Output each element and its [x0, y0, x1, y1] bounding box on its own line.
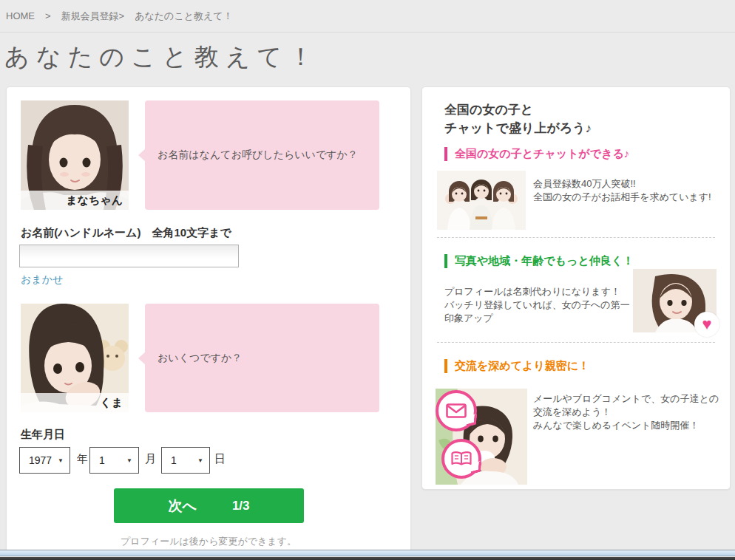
promo-image-community-girl	[436, 389, 527, 485]
day-unit-label: 日	[214, 452, 226, 466]
sidebar-title-line2: チャットで盛り上がろう♪	[444, 119, 592, 137]
section-text-line: 会員登録数40万人突破!!	[533, 177, 718, 191]
book-icon	[441, 439, 481, 479]
question-bubble-name: お名前はなんてお呼びしたらいいですか？	[145, 100, 379, 210]
section-text-profile: プロフィールは名刺代わりになります！ バッチリ登録していれば、女の子への第一印象…	[444, 285, 631, 325]
section-heading-profile: 写真や地域・年齢でもっと仲良く！	[444, 254, 634, 268]
heart-icon: ♥	[694, 312, 719, 337]
birth-day-value: 1	[171, 454, 177, 466]
registration-form-card: まなちゃん お名前はなんてお呼びしたらいいですか？ お名前(ハンドルネーム) 全…	[6, 86, 411, 550]
sidebar-title-line1: 全国の女の子と	[444, 100, 592, 119]
dashed-divider	[437, 237, 715, 238]
question-bubble-age-text: おいくつですか？	[145, 352, 242, 365]
window-bottom-edge	[0, 557, 735, 560]
question-bubble-name-text: お名前はなんてお呼びしたらいいですか？	[145, 148, 358, 162]
year-unit-label: 年	[77, 452, 88, 466]
breadcrumb: HOME > 新規会員登録> あなたのこと教えて！	[0, 0, 735, 33]
section-heading-community: 交流を深めてより親密に！	[444, 359, 589, 373]
promo-image-three-girls	[437, 171, 526, 230]
birth-year-select[interactable]: 1977 ▼	[19, 447, 70, 474]
step-indicator: 1/3	[232, 499, 250, 513]
dropdown-arrow-icon: ▼	[197, 457, 203, 464]
avatar-photo-kuma: くま	[21, 304, 129, 412]
accent-bar	[444, 254, 447, 268]
promo-image-profile-girl: ♥	[633, 269, 717, 332]
birth-year-value: 1977	[29, 454, 52, 466]
birth-month-value: 1	[99, 454, 105, 466]
breadcrumb-home-link[interactable]: HOME	[6, 10, 35, 21]
birth-month-select[interactable]: 1 ▼	[89, 447, 139, 474]
section-text-line: みんなで楽しめるイベント随時開催！	[533, 419, 719, 432]
section-text-line: プロフィールは名刺代わりになります！	[444, 285, 631, 298]
avatar-name-label: くま	[21, 393, 129, 412]
breadcrumb-separator: >	[45, 10, 51, 21]
avatar-photo-manachan: まなちゃん	[21, 100, 129, 210]
three-girls-illustration	[437, 171, 526, 230]
section-text-line: メールやブログコメントで、女の子達との交流を深めよう！	[533, 392, 719, 419]
section-text-community: メールやブログコメントで、女の子達との交流を深めよう！ みんなで楽しめるイベント…	[533, 392, 719, 432]
breadcrumb-register-link[interactable]: 新規会員登録>	[61, 10, 125, 23]
accent-bar	[444, 147, 447, 161]
horizontal-scrollbar[interactable]	[0, 550, 735, 556]
accent-bar	[444, 359, 447, 373]
section-heading-chat: 全国の女の子とチャットができる♪	[444, 147, 629, 161]
promo-sidebar-card: 全国の女の子と チャットで盛り上がろう♪ 全国の女の子とチャットができる♪	[421, 86, 731, 490]
section-heading-text: 全国の女の子とチャットができる♪	[455, 147, 629, 161]
dropdown-arrow-icon: ▼	[58, 457, 64, 464]
birth-day-select[interactable]: 1 ▼	[161, 447, 210, 474]
section-heading-text: 交流を深めてより親密に！	[455, 359, 589, 373]
sidebar-title: 全国の女の子と チャットで盛り上がろう♪	[444, 100, 592, 137]
section-heading-text: 写真や地域・年齢でもっと仲良く！	[455, 254, 634, 268]
birthday-label: 生年月日	[21, 428, 65, 442]
month-unit-label: 月	[145, 452, 156, 466]
profile-change-note: プロフィールは後から変更ができます。	[7, 535, 410, 548]
page-title: あなたのこと教えて！	[4, 41, 319, 74]
mail-icon	[436, 390, 477, 431]
section-text-chat: 会員登録数40万人突破!! 全国の女の子がお話相手を求めています!	[533, 177, 718, 204]
dashed-divider	[437, 342, 715, 343]
next-button-label: 次へ	[168, 496, 196, 516]
registration-page: HOME > 新規会員登録> あなたのこと教えて！ あなたのこと教えて！	[0, 0, 735, 560]
omakase-link[interactable]: おまかせ	[21, 273, 63, 287]
section-text-line: 全国の女の子がお話相手を求めています!	[533, 191, 718, 204]
breadcrumb-current: あなたのこと教えて！	[135, 10, 232, 23]
question-bubble-age: おいくつですか？	[145, 304, 379, 412]
avatar-name-label: まなちゃん	[21, 191, 129, 210]
name-field-label: お名前(ハンドルネーム) 全角10文字まで	[21, 226, 231, 240]
name-input[interactable]	[19, 245, 239, 267]
dropdown-arrow-icon: ▼	[126, 457, 132, 464]
next-step-button[interactable]: 次へ 1/3	[114, 488, 304, 523]
section-text-line: バッチリ登録していれば、女の子への第一印象アップ	[444, 298, 631, 325]
